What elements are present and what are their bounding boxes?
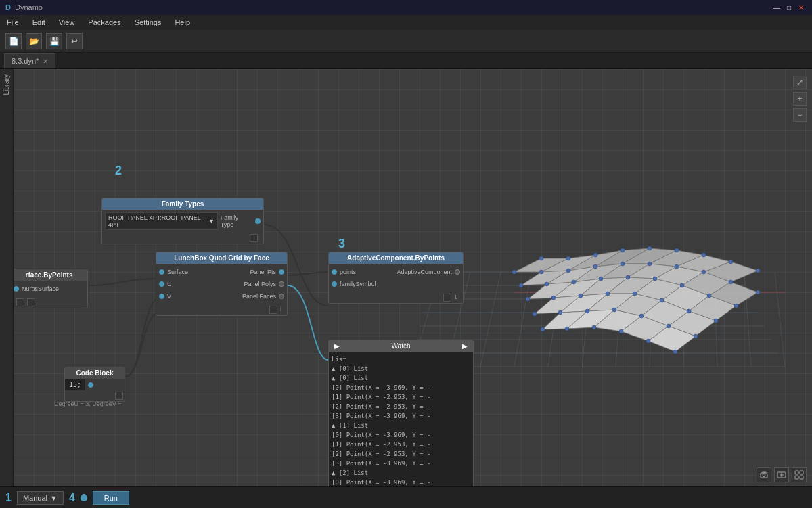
svg-point-77 <box>599 277 603 281</box>
zoom-in-button[interactable]: + <box>793 92 807 106</box>
svg-rect-112 <box>795 471 798 474</box>
maximize-button[interactable]: □ <box>784 2 794 13</box>
node-codeblock: Code Block 15; <box>64 367 125 402</box>
menu-view[interactable]: View <box>56 17 78 28</box>
port-label-v: V <box>167 293 171 300</box>
camera-btn-3[interactable] <box>792 467 807 482</box>
toolbar: 📄 📂 💾 ↩ <box>0 30 812 53</box>
port-dot-v <box>159 294 164 299</box>
port-label-nurbssurface: NurbsSurface <box>22 285 59 292</box>
port-nurbssurface: NurbsSurface <box>14 283 59 294</box>
library-panel[interactable]: Library <box>0 69 14 486</box>
svg-point-59 <box>621 248 625 252</box>
watch-title: Watch <box>392 342 411 350</box>
mode-label: Manual <box>23 494 47 502</box>
port-dot-nurbssurface <box>14 286 19 292</box>
watch-arrow-right: ▶ <box>462 342 468 350</box>
svg-point-81 <box>707 294 711 298</box>
family-types-row: ROOF-PANEL-4PT:ROOF-PANEL-4PT ▼ Family T… <box>105 212 261 230</box>
status-bar: 1 Manual ▼ 4 Run <box>0 486 812 508</box>
svg-point-74 <box>519 283 523 287</box>
watch-line-3: [0] Point(X = -3.969, Y = - <box>332 383 470 392</box>
svg-point-101 <box>619 329 623 333</box>
svg-point-60 <box>648 246 652 250</box>
degree-label: DegreeU = 3, DegreeV = <box>54 400 122 407</box>
port-label-surface: Surface <box>167 269 188 275</box>
watch-content: List ▲ [0] List ▲ [0] List [0] Point(X =… <box>329 352 473 486</box>
svg-point-61 <box>675 248 679 252</box>
status-indicator <box>81 494 87 501</box>
svg-point-66 <box>566 269 570 273</box>
camera-btn-2[interactable] <box>774 467 789 482</box>
port-dot-panel-polys <box>279 281 284 287</box>
node-surface-header: rface.ByPoints <box>14 269 87 281</box>
title-bar: D Dynamo — □ ✕ <box>0 0 812 15</box>
save-button[interactable]: 💾 <box>46 33 62 49</box>
watch-line-13: [0] Point(X = -3.969, Y = - <box>332 478 470 486</box>
main-area: Library <box>0 69 812 486</box>
port-dot-u <box>159 281 164 287</box>
open-button[interactable]: 📂 <box>26 33 42 49</box>
watch-line-1: ▲ [0] List <box>332 364 470 373</box>
watch-line-4: [1] Point(X = -2.953, Y = - <box>332 392 470 402</box>
close-button[interactable]: ✕ <box>796 2 807 13</box>
port-label-panel-pts: Panel Pts <box>250 269 276 275</box>
port-panel-polys: Panel Polys <box>242 279 284 290</box>
mode-selector[interactable]: Manual ▼ <box>17 491 64 505</box>
svg-point-92 <box>558 310 562 315</box>
new-button[interactable]: 📄 <box>5 33 22 49</box>
canvas[interactable]: 1 2 3 4 rface.ByPoints NurbsSurface <box>14 69 812 486</box>
svg-point-84 <box>551 296 556 300</box>
family-types-dropdown[interactable]: ROOF-PANEL-4PT:ROOF-PANEL-4PT ▼ <box>105 212 218 230</box>
svg-point-62 <box>702 253 706 257</box>
tab-close-button[interactable]: ✕ <box>43 57 48 65</box>
svg-point-73 <box>756 290 760 294</box>
menu-help[interactable]: Help <box>172 17 193 28</box>
watch-line-0: List <box>332 354 470 364</box>
port-panel-pts: Panel Pts <box>242 267 284 277</box>
menu-edit[interactable]: Edit <box>30 17 48 28</box>
node-adaptive-header: AdaptiveComponent.ByPoints <box>329 252 463 264</box>
code-value: 15; <box>65 379 85 390</box>
mode-arrow: ▼ <box>50 494 58 502</box>
svg-point-69 <box>648 262 652 266</box>
port-family-type-out: Family Type <box>221 216 261 227</box>
svg-point-55 <box>512 270 516 274</box>
run-button[interactable]: Run <box>93 491 129 505</box>
port-panel-faces: Panel Faces <box>242 291 284 302</box>
port-familysymbol-in: familySymbol <box>332 279 376 290</box>
svg-point-65 <box>539 270 543 274</box>
svg-point-93 <box>585 309 589 313</box>
svg-rect-115 <box>800 476 803 479</box>
svg-point-67 <box>593 264 597 269</box>
right-controls: ⤢ + − <box>793 76 807 122</box>
node-watch-header: ▶ Watch ▶ <box>329 340 473 352</box>
svg-point-103 <box>673 350 677 354</box>
svg-point-85 <box>579 294 583 298</box>
library-label[interactable]: Library <box>3 74 10 95</box>
watch-arrow-left: ▶ <box>334 342 340 350</box>
fit-view-button[interactable]: ⤢ <box>793 76 807 89</box>
port-dot-code-out <box>88 382 93 388</box>
camera-btn-1[interactable] <box>757 467 771 482</box>
menu-file[interactable]: File <box>4 17 22 28</box>
svg-point-78 <box>626 275 630 279</box>
window-controls: — □ ✕ <box>771 2 807 13</box>
dropdown-arrow: ▼ <box>208 218 215 225</box>
minimize-button[interactable]: — <box>771 2 782 13</box>
svg-point-63 <box>729 260 733 264</box>
watch-line-6: [3] Point(X = -3.969, Y = - <box>332 411 470 421</box>
node-lunchbox: LunchBox Quad Grid by Face Surface U V <box>156 252 288 316</box>
zoom-out-button[interactable]: − <box>793 108 807 122</box>
menu-settings[interactable]: Settings <box>132 17 164 28</box>
menu-packages[interactable]: Packages <box>85 17 123 28</box>
tab-current[interactable]: 8.3.dyn* ✕ <box>4 53 55 68</box>
port-dot-panel-faces <box>279 294 284 299</box>
svg-point-102 <box>646 339 650 343</box>
svg-point-82 <box>734 304 738 308</box>
svg-rect-108 <box>763 471 765 473</box>
svg-point-98 <box>541 327 545 331</box>
port-label-points: points <box>340 269 356 275</box>
undo-button[interactable]: ↩ <box>66 33 83 49</box>
port-dot-familysymbol <box>332 281 337 287</box>
